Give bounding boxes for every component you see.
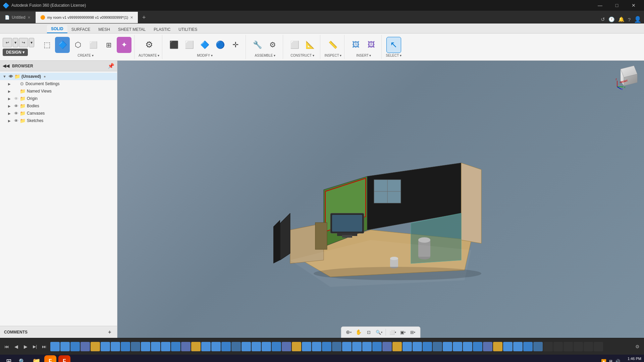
toolbar-tab-utilities[interactable]: UTILITIES	[174, 26, 201, 33]
taskbar-explorer[interactable]: 📁	[30, 355, 42, 362]
timeline-item[interactable]	[131, 342, 140, 351]
timeline-item[interactable]	[372, 342, 382, 351]
timeline-item[interactable]	[101, 342, 110, 351]
viewcube[interactable]: FRONT Z X Y	[614, 64, 641, 91]
timeline-item[interactable]	[392, 342, 402, 351]
modify-combine-button[interactable]: 🔵	[213, 37, 227, 53]
tab-notifications-icon[interactable]: 🔔	[618, 16, 625, 22]
timeline-item[interactable]	[181, 342, 191, 351]
tree-expand-named-views[interactable]: ▶	[8, 89, 13, 93]
create-sweep-button[interactable]: ⬜	[86, 37, 101, 53]
browser-collapse-icon[interactable]: ◀◀	[3, 63, 9, 68]
tab-myroom[interactable]: 🟠 my room v1 v999999999998 v1 v099900099…	[36, 12, 139, 23]
timeline-item[interactable]	[80, 342, 90, 351]
timeline-item[interactable]	[50, 342, 60, 351]
modify-shell-button[interactable]: 🔷	[197, 37, 212, 53]
timeline-item[interactable]	[241, 342, 251, 351]
modify-press-pull-button[interactable]: ⬛	[166, 37, 181, 53]
construct-group-label[interactable]: CONSTRUCT ▾	[290, 54, 314, 57]
modify-move-button[interactable]: ✛	[228, 37, 243, 53]
timeline-item[interactable]	[483, 342, 492, 351]
timeline-play-button[interactable]: ▶	[21, 343, 30, 351]
assemble-group-label[interactable]: ASSEMBLE ▾	[255, 54, 276, 57]
timeline-first-button[interactable]: ⏮	[3, 343, 11, 351]
start-button[interactable]: ⊞	[3, 355, 15, 362]
create-extrude-button[interactable]: 🔷	[55, 37, 70, 53]
insert-decal-button[interactable]: 🖼	[364, 37, 379, 53]
tree-visibility-sketches[interactable]: 👁	[14, 118, 18, 123]
timeline-item[interactable]	[443, 342, 452, 351]
tree-visibility-unsaved[interactable]: 👁	[9, 74, 13, 79]
timeline-item[interactable]	[433, 342, 442, 351]
timeline-last-button[interactable]: ⏭	[40, 343, 48, 351]
tab-history-icon[interactable]: 🕐	[608, 16, 615, 22]
modify-fillet-button[interactable]: ⬜	[182, 37, 197, 53]
timeline-item[interactable]	[191, 342, 201, 351]
timeline-item[interactable]	[151, 342, 160, 351]
tree-item-origin[interactable]: ▶ 👁 📁 Origin	[5, 95, 117, 102]
timeline-item[interactable]	[553, 342, 563, 351]
timeline-item[interactable]	[171, 342, 180, 351]
timeline-item[interactable]	[533, 342, 543, 351]
redo-dropdown[interactable]: ▾	[29, 38, 34, 47]
display-settings-button[interactable]: ⬜ ▾	[388, 327, 397, 337]
tree-item-canvases[interactable]: ▶ 👁 📁 Canvases	[5, 110, 117, 117]
select-group-label[interactable]: SELECT ▾	[386, 54, 401, 57]
timeline-item[interactable]	[211, 342, 221, 351]
design-dropdown-button[interactable]: DESIGN ▾	[3, 49, 28, 56]
timeline-settings-button[interactable]: ⚙	[633, 343, 641, 351]
visual-style-button[interactable]: ▣ ▾	[398, 327, 408, 337]
timeline-item[interactable]	[574, 342, 583, 351]
timeline-item[interactable]	[111, 342, 120, 351]
timeline-item[interactable]	[594, 342, 603, 351]
timeline-item[interactable]	[302, 342, 311, 351]
timeline-item[interactable]	[272, 342, 281, 351]
timeline-item[interactable]	[463, 342, 472, 351]
tree-item-bodies[interactable]: ▶ 👁 📁 Bodies	[5, 102, 117, 110]
timeline-next-button[interactable]: ▶|	[31, 343, 39, 351]
tree-item-named-views[interactable]: ▶ 👁 📁 Named Views	[5, 87, 117, 95]
tab-user-icon[interactable]: 👤	[634, 16, 641, 23]
assemble-joint-button[interactable]: 🔧	[250, 37, 265, 53]
viewport[interactable]: FRONT Z X Y	[117, 61, 644, 338]
timeline-item[interactable]	[292, 342, 301, 351]
toolbar-tab-sheetmetal[interactable]: SHEET METAL	[114, 26, 150, 33]
timeline-item[interactable]	[584, 342, 593, 351]
timeline-item[interactable]	[453, 342, 462, 351]
timeline-item[interactable]	[423, 342, 432, 351]
timeline-item[interactable]	[262, 342, 271, 351]
undo-dropdown[interactable]: ▾	[13, 38, 18, 47]
timeline-item[interactable]	[332, 342, 341, 351]
toolbar-tab-mesh[interactable]: MESH	[94, 26, 114, 33]
taskbar-chevron-icon[interactable]: 🔼	[601, 359, 606, 362]
timeline-item[interactable]	[564, 342, 573, 351]
tree-item-sketches[interactable]: ▶ 👁 📁 Sketches	[5, 117, 117, 124]
timeline-item[interactable]	[413, 342, 422, 351]
tree-item-unsaved[interactable]: ▼ 👁 📁 (Unsaved) ●	[0, 73, 117, 80]
maximize-button[interactable]: □	[609, 0, 625, 11]
create-pattern-button[interactable]: ⊞	[101, 37, 116, 53]
grid-dropdown-icon[interactable]: ▾	[414, 331, 415, 334]
timeline-item[interactable]	[342, 342, 352, 351]
timeline-item[interactable]	[473, 342, 482, 351]
timeline-item[interactable]	[543, 342, 553, 351]
taskbar-clock[interactable]: 1:46 PM 12/19/2024	[623, 356, 641, 362]
tree-expand-unsaved[interactable]: ▼	[3, 74, 7, 78]
tree-expand-canvases[interactable]: ▶	[8, 112, 13, 115]
redo-button[interactable]: ↪	[19, 38, 28, 47]
tree-visibility-canvases[interactable]: 👁	[14, 111, 18, 116]
timeline-item[interactable]	[503, 342, 513, 351]
search-button[interactable]: 🔍	[16, 355, 28, 362]
orbit-button[interactable]: ⊕ ▾	[344, 327, 354, 337]
automate-button[interactable]: ⚙	[142, 37, 156, 53]
select-button[interactable]: ↖	[386, 37, 401, 53]
display-dropdown-icon[interactable]: ▾	[395, 331, 396, 334]
timeline-item[interactable]	[493, 342, 502, 351]
insert-group-label[interactable]: INSERT ▾	[356, 54, 371, 57]
timeline-item[interactable]	[60, 342, 70, 351]
orbit-dropdown-icon[interactable]: ▾	[350, 331, 352, 334]
tree-visibility-bodies[interactable]: 👁	[14, 104, 18, 109]
create-new-component-button[interactable]: ⬚	[40, 37, 54, 53]
tab-close-myroom[interactable]: ✕	[130, 15, 133, 20]
timeline-item[interactable]	[141, 342, 150, 351]
